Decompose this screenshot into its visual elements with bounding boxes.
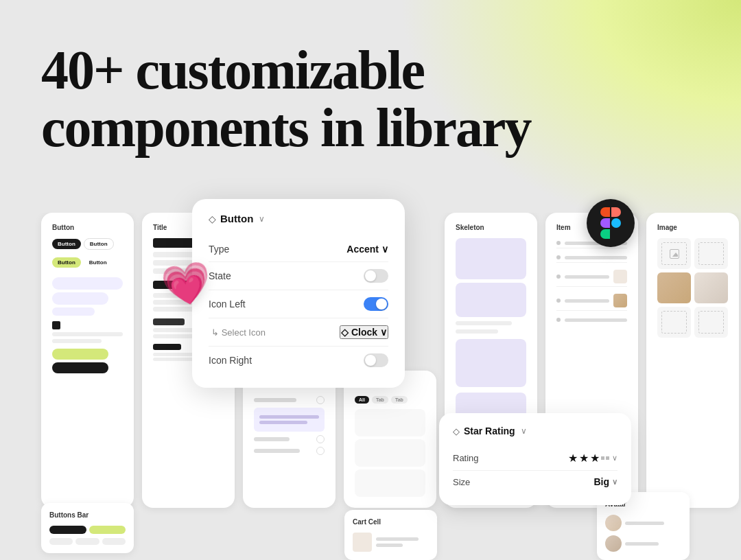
img-placeholder-2: [698, 242, 724, 265]
avatar-row-1: [605, 515, 681, 531]
select-icon-button[interactable]: ◇ Clock ∨: [340, 325, 388, 339]
filter-content-1: [355, 409, 425, 436]
avatar-name-1: [625, 522, 664, 525]
acc-line-3: [254, 449, 300, 453]
icon-left-toggle[interactable]: [364, 297, 388, 311]
filter-card: Filter Tabs All Tab Tab: [344, 371, 436, 508]
rating-chevron: ∨: [612, 454, 618, 463]
img-cell-6: [694, 307, 728, 338]
item-dot-3: [556, 275, 561, 279]
cart-cell-title: Cart Cell: [353, 518, 429, 526]
figma-cell-orange: [611, 207, 621, 217]
figma-cell-blue: [611, 218, 621, 228]
state-toggle[interactable]: [364, 269, 388, 283]
btn-dark-square: [52, 321, 60, 329]
star-dot-1: [601, 456, 604, 460]
type-value-button[interactable]: Accent ∨: [346, 244, 388, 255]
hero-title: 40+ customizable components in library: [41, 41, 531, 156]
img-placeholder-4: [698, 311, 724, 334]
img-photo-2: [694, 272, 728, 303]
avatar-info-2: [625, 542, 681, 546]
item-dot-4: [556, 299, 561, 303]
item-dot-5: [556, 318, 561, 322]
cart-name: [376, 537, 419, 541]
figma-cell-red: [600, 207, 610, 217]
figma-logo: [600, 207, 621, 239]
star-1: ★: [568, 452, 578, 465]
skeleton-card-title: Skeleton: [456, 224, 526, 231]
cart-cell-row: [353, 533, 429, 552]
filter-tabs-row: All Tab Tab: [355, 396, 425, 404]
filter-tab-3[interactable]: Tab: [391, 396, 408, 404]
avatar-info-1: [625, 522, 681, 525]
star-3: ★: [590, 452, 600, 465]
size-value-button[interactable]: Big ∨: [593, 476, 618, 487]
button-card-skeletons: [52, 277, 123, 373]
acc-line-2: [254, 437, 290, 441]
type-chevron-icon: ∨: [381, 244, 388, 255]
skel-line-2: [456, 329, 498, 334]
image-card: Image: [646, 213, 739, 508]
state-toggle-thumb: [365, 270, 376, 281]
title-skel-h3: [153, 318, 185, 325]
bar-btn-4: [75, 538, 99, 545]
clock-chevron-icon: ∨: [380, 327, 387, 338]
select-icon-indent: ↳: [211, 327, 222, 338]
filter-tab-2[interactable]: Tab: [372, 396, 388, 404]
state-label: State: [209, 270, 231, 281]
size-row: Size Big ∨: [453, 471, 618, 493]
item-row-3: [556, 267, 627, 287]
btn-dark[interactable]: Button: [52, 239, 81, 249]
btn-skel-1: [52, 277, 123, 290]
icon-left-row: Icon Left: [209, 290, 388, 318]
img-photo-1: [657, 272, 691, 303]
accordion-row-1: [254, 396, 325, 404]
star-diamond-icon: ◇: [453, 426, 460, 436]
item-row-4: [556, 291, 627, 311]
btn-dark-skel: [52, 362, 108, 373]
figma-badge[interactable]: [587, 199, 635, 247]
img-cell-1: [657, 238, 691, 269]
button-group: Button Button Button Button: [52, 238, 123, 272]
btn-skel-5: [52, 339, 102, 343]
cart-price: [376, 544, 403, 547]
img-mountain: [671, 253, 678, 257]
item-line-5: [565, 318, 627, 322]
filter-content-3: [355, 469, 425, 497]
hero-line1: 40+ customizable: [41, 40, 424, 100]
avatar-img-1: [605, 515, 622, 531]
img-cell-5: [657, 307, 691, 338]
state-row: State: [209, 262, 388, 290]
filter-tab-active[interactable]: All: [355, 396, 369, 404]
clock-diamond-icon: ◇: [341, 327, 349, 338]
skel-box-3: [456, 339, 526, 387]
acc-content-2: [259, 421, 307, 424]
avatar-img-2: [605, 535, 622, 552]
accordion-row-2: [254, 435, 325, 443]
bar-btn-2: [89, 526, 126, 534]
item-row-5: [556, 315, 627, 325]
btn-accent[interactable]: Button: [52, 257, 81, 268]
item-line-4: [565, 299, 609, 303]
btn-skel-3: [52, 307, 95, 316]
icon-right-label: Icon Right: [209, 355, 252, 366]
star-panel-title: Star Rating: [464, 425, 515, 436]
filter-content-2: [355, 439, 425, 467]
skel-box-1: [456, 238, 526, 279]
panel-chevron-icon: ∨: [259, 214, 265, 224]
rating-value-button[interactable]: ★ ★ ★ ∨: [568, 452, 618, 465]
panel-header: ◇ Button ∨: [209, 213, 388, 224]
btn-ghost[interactable]: Button: [84, 257, 113, 268]
panel-title: Button: [220, 213, 253, 224]
star-panel-header: ◇ Star Rating ∨: [453, 425, 618, 436]
btn-row-1: Button Button: [52, 238, 123, 250]
img-cell-3: [657, 272, 691, 303]
figma-cell-violet: [600, 218, 610, 228]
img-placeholder-1: [661, 242, 687, 265]
title-skel-h4: [153, 344, 181, 350]
icon-right-toggle[interactable]: [364, 353, 388, 367]
main-container: 40+ customizable components in library B…: [0, 0, 741, 560]
size-text: Big: [593, 476, 609, 487]
icon-right-toggle-thumb: [365, 355, 376, 366]
btn-outline[interactable]: Button: [84, 238, 114, 250]
